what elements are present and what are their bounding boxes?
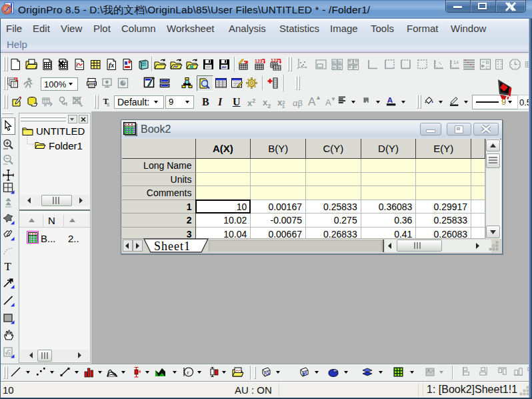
svg-text:r: r: [187, 369, 189, 376]
svg-text:123: 123: [255, 59, 263, 63]
svg-text:g: g: [107, 101, 109, 107]
svg-text:T: T: [5, 260, 12, 273]
svg-text:A: A: [387, 95, 393, 104]
svg-text:C: C: [486, 65, 490, 71]
svg-text:a: a: [8, 351, 11, 356]
svg-text:fx: fx: [109, 61, 114, 69]
svg-text:14: 14: [453, 60, 459, 65]
svg-text:123: 123: [271, 58, 279, 63]
